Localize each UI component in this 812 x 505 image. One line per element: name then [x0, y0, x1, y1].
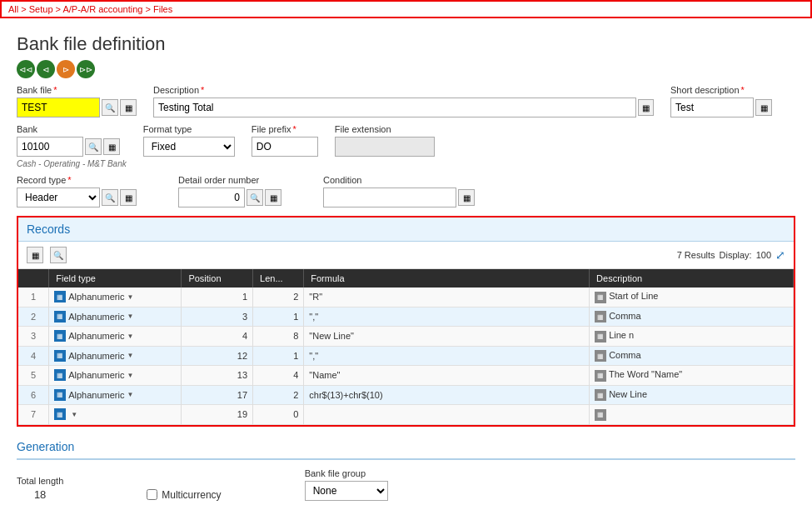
field-type-dropdown[interactable]: ▼	[127, 352, 133, 359]
detail-order-label: Detail order number	[178, 175, 281, 185]
field-type-dropdown[interactable]: ▼	[127, 372, 133, 379]
detail-order-search-btn[interactable]: 🔍	[247, 189, 263, 206]
breadcrumb-setup[interactable]: Setup >	[29, 4, 61, 14]
field-type-text: Alphanumeric	[68, 370, 124, 380]
row-position: 13	[182, 366, 253, 386]
col-header-position: Position	[182, 269, 253, 288]
condition-group: Condition ▦	[323, 175, 475, 208]
display-value[interactable]: 100	[756, 250, 771, 260]
row-field-type[interactable]: ▦Alphanumeric▼	[49, 366, 182, 386]
desc-grid-icon: ▦	[595, 331, 606, 342]
row-formula: ","	[304, 346, 590, 366]
total-length-label: Total length	[17, 476, 63, 486]
format-type-select[interactable]: Fixed Variable	[143, 137, 235, 157]
breadcrumb-accounting[interactable]: A/P-A/R accounting >	[62, 4, 150, 14]
row-formula: ","	[304, 307, 590, 327]
short-description-input[interactable]	[670, 98, 754, 118]
table-row: 2▦Alphanumeric▼31","▦ Comma	[18, 307, 794, 327]
description-grid-btn[interactable]: ▦	[638, 99, 654, 116]
bank-file-search-btn[interactable]: 🔍	[102, 99, 118, 116]
multicurrency-checkbox[interactable]	[147, 489, 157, 500]
row-position: 4	[182, 327, 253, 347]
records-toolbar: ▦ 🔍 7 Results Display: 100 ⤢	[18, 242, 794, 269]
nav-prev-button[interactable]: ⊲	[37, 60, 55, 78]
record-type-select[interactable]: Header Detail Footer	[17, 188, 100, 208]
breadcrumb-all[interactable]: All >	[8, 4, 27, 14]
row-formula: chr$(13)+chr$(10)	[304, 385, 590, 405]
total-length-group: Total length 18	[17, 476, 63, 501]
field-type-dropdown[interactable]: ▼	[127, 391, 133, 398]
bank-input[interactable]	[17, 137, 83, 157]
row-num: 5	[18, 366, 49, 386]
row-num: 2	[18, 307, 49, 327]
records-grid-icon-btn[interactable]: ▦	[27, 247, 43, 263]
nav-first-button[interactable]: ⊲⊲	[17, 60, 35, 78]
bank-file-label: Bank file*	[17, 85, 137, 95]
file-extension-input[interactable]	[335, 137, 435, 157]
file-prefix-input[interactable]	[252, 137, 318, 157]
field-type-grid-icon: ▦	[54, 311, 66, 322]
condition-input[interactable]	[323, 188, 456, 208]
bank-group: Bank 🔍 ▦ Cash - Operating - M&T Bank	[17, 124, 127, 168]
row-position: 17	[182, 385, 253, 405]
table-row: 1▦Alphanumeric▼12"R"▦ Start of Line	[18, 288, 794, 307]
condition-grid-btn[interactable]: ▦	[458, 189, 475, 206]
bank-grid-btn[interactable]: ▦	[103, 138, 120, 155]
row-description: ▦ Comma	[590, 346, 794, 366]
row-position: 1	[182, 288, 253, 307]
nav-next-button[interactable]: ⊳	[57, 60, 75, 78]
field-type-text: Alphanumeric	[68, 390, 124, 400]
row-field-type[interactable]: ▦Alphanumeric▼	[49, 346, 182, 366]
row-formula: "R"	[304, 288, 590, 307]
field-type-text: Alphanumeric	[68, 312, 124, 322]
record-type-grid-btn[interactable]: ▦	[120, 189, 137, 206]
bank-file-input[interactable]	[17, 98, 100, 118]
row-description: ▦	[590, 405, 794, 425]
desc-grid-icon: ▦	[595, 409, 606, 421]
short-description-grid-btn[interactable]: ▦	[755, 99, 772, 116]
nav-last-button[interactable]: ⊳⊳	[77, 60, 95, 78]
field-type-grid-icon: ▦	[54, 408, 66, 420]
file-prefix-label: File prefix*	[252, 124, 318, 134]
row-field-type[interactable]: ▦Alphanumeric▼	[49, 327, 182, 347]
desc-grid-icon: ▦	[595, 389, 606, 401]
bank-subtext: Cash - Operating - M&T Bank	[17, 159, 127, 168]
row-position: 3	[182, 307, 253, 327]
field-type-dropdown[interactable]: ▼	[127, 293, 133, 301]
record-type-search-btn[interactable]: 🔍	[102, 189, 118, 206]
field-type-text: Alphanumeric	[68, 351, 124, 361]
row-description: ▦ The Word "Name"	[590, 366, 794, 386]
results-text: 7 Results	[677, 250, 715, 260]
field-type-grid-icon: ▦	[54, 330, 66, 342]
record-type-label: Record type*	[17, 175, 137, 185]
desc-grid-icon: ▦	[595, 311, 606, 322]
records-section: Records ▦ 🔍 7 Results Display: 100 ⤢ Fie…	[17, 216, 795, 427]
row-position: 12	[182, 346, 253, 366]
bank-search-btn[interactable]: 🔍	[85, 138, 102, 155]
row-field-type[interactable]: ▦Alphanumeric▼	[49, 288, 182, 307]
detail-order-grid-btn[interactable]: ▦	[265, 189, 281, 206]
row-formula	[304, 405, 590, 425]
col-header-len: Len...	[253, 269, 304, 288]
row-num: 1	[18, 288, 49, 307]
records-search-btn[interactable]: 🔍	[50, 247, 67, 263]
row-field-type[interactable]: ▦Alphanumeric▼	[49, 307, 182, 327]
description-input[interactable]	[153, 98, 636, 118]
row-num: 7	[18, 405, 49, 425]
field-type-dropdown[interactable]: ▼	[71, 411, 77, 418]
row-length: 2	[253, 385, 304, 405]
bank-file-grid-btn[interactable]: ▦	[120, 99, 137, 116]
bank-file-group-select[interactable]: None	[305, 481, 388, 501]
table-row: 5▦Alphanumeric▼134"Name"▦ The Word "Name…	[18, 366, 794, 386]
field-type-grid-icon: ▦	[54, 369, 66, 381]
row-field-type[interactable]: ▦Alphanumeric▼	[49, 385, 182, 405]
short-description-label: Short description*	[670, 85, 795, 95]
bank-file-group: Bank file* 🔍 ▦	[17, 85, 137, 118]
field-type-dropdown[interactable]: ▼	[127, 312, 133, 320]
row-length: 8	[253, 327, 304, 347]
breadcrumb-files[interactable]: Files	[153, 4, 172, 14]
detail-order-input[interactable]	[178, 188, 245, 208]
field-type-dropdown[interactable]: ▼	[127, 332, 133, 340]
expand-icon[interactable]: ⤢	[775, 248, 785, 262]
row-field-type[interactable]: ▦▼	[49, 405, 182, 425]
